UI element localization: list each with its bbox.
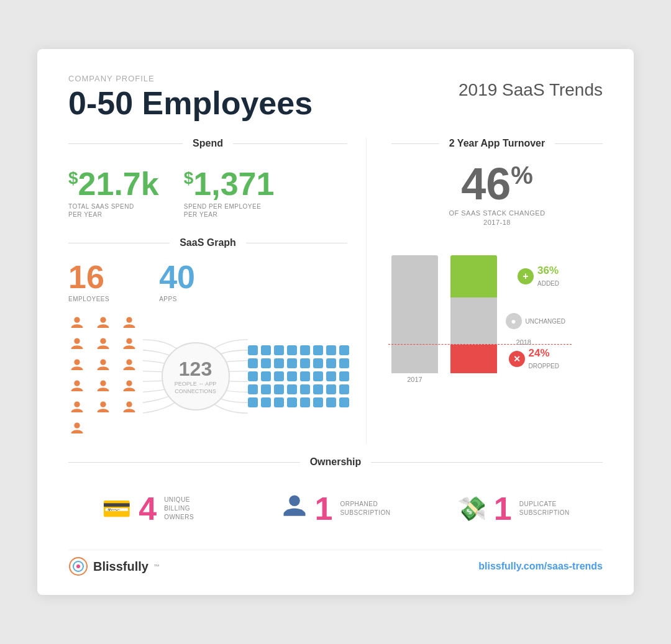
svg-point-6 [74,360,80,365]
connections-area: 123 PEOPLE ↔ APPCONNECTIONS [143,320,248,432]
blissfully-logo: Blissfully™ [68,556,160,576]
svg-point-1 [100,317,106,323]
divider-line-right [233,143,347,144]
graph-stats: 16 EMPLOYEES 40 APPS [68,261,347,302]
app-icon-2 [261,345,271,355]
person-icon-14 [94,399,112,417]
app-icon-27 [274,384,284,394]
logo-tm: ™ [153,563,160,570]
bar-2017-group: 2017 [391,240,438,383]
dropped-text-group: 24% DROPPED [529,347,559,371]
svg-point-13 [100,402,106,407]
app-icon-39 [326,397,336,407]
orphaned-item: 1 ORPHANEDSUBSCRIPTION [281,492,390,525]
app-icon-26 [261,384,271,394]
employees-label: EMPLOYEES [68,296,109,302]
per-employee-value: $1,371 [184,168,275,200]
app-icon-17 [248,371,258,381]
apps-grid [248,345,347,407]
orphaned-desc: ORPHANEDSUBSCRIPTION [340,500,390,517]
blissfully-text: Blissfully [93,560,148,574]
svg-point-7 [100,360,106,365]
per-employee-dollar: $ [184,168,194,188]
app-icon-14 [313,358,323,368]
app-icon-5 [300,345,310,355]
app-icon-22 [313,371,323,381]
added-annotation: + 36% ADDED [518,265,559,288]
viz-container: 123 PEOPLE ↔ APPCONNECTIONS [68,315,347,438]
unchanged-label-text: UNCHANGED [526,318,565,325]
app-icon-19 [274,371,284,381]
svg-point-4 [100,338,106,344]
app-icon-35 [274,397,284,407]
divider-line-left2 [68,243,170,243]
turnover-section: 46% OF SAAS STACK CHANGED 2017-18 [391,161,603,228]
spend-label: Spend [183,138,233,149]
svg-point-8 [126,360,132,365]
app-icon-33 [248,397,258,407]
billing-item: 💳 4 UNIQUE BILLINGOWNERS [102,492,214,525]
app-icon-18 [261,371,271,381]
svg-point-2 [126,317,132,323]
total-spend: $21.7k TOTAL SAAS SPENDPER YEAR [68,168,159,219]
person-icon-4 [68,336,86,353]
person-icon-9 [121,357,138,374]
duplicate-item: 💸 1 DUPLICATESUBSCRIPTION [457,492,569,525]
footer-link[interactable]: blissfully.com/saas-trends [478,561,603,572]
app-icon-24 [339,371,349,381]
main-card: COMPANY PROFILE 0-50 Employees 2019 SaaS… [37,49,634,595]
svg-point-9 [74,381,80,386]
bar-2017 [391,255,438,373]
app-icon-34 [261,397,271,407]
duplicate-icon: 💸 [457,495,486,522]
app-icon-12 [287,358,297,368]
app-icon-7 [326,345,336,355]
app-icon-36 [287,397,297,407]
app-icon-25 [248,384,258,394]
person-icon-7 [68,357,86,374]
person-icon-11 [94,378,112,396]
turnover-divider: 2 Year App Turnover [391,138,603,149]
total-spend-value: $21.7k [68,168,159,200]
divider-line-right3 [555,143,603,144]
billing-desc: UNIQUE BILLINGOWNERS [164,496,214,522]
added-label-text: ADDED [537,280,559,287]
orphaned-number: 1 [315,492,333,525]
bar-chart-wrapper: 2017 + 36% AD [391,240,603,383]
person-icon-16 [68,420,86,438]
dropped-annotation: ✕ 24% DROPPED [509,347,559,371]
apps-label: APPS [159,296,195,302]
saas-graph-section: SaaS Graph 16 EMPLOYEES 40 APPS [68,231,347,444]
divider-line-left3 [391,143,439,144]
svg-point-14 [126,402,132,407]
person-icon-12 [121,378,138,396]
divider-line-left4 [68,462,300,463]
turnover-label: 2 Year App Turnover [439,138,555,149]
connections-circle: 123 PEOPLE ↔ APPCONNECTIONS [162,342,230,410]
person-icon-1 [68,315,86,332]
app-icon-30 [313,384,323,394]
svg-point-15 [74,423,80,429]
divider-line-right4 [371,462,603,463]
orphaned-icon [281,493,308,525]
duplicate-desc: DUPLICATESUBSCRIPTION [519,500,569,517]
ownership-label: Ownership [300,456,372,468]
billing-number: 4 [139,492,157,525]
year-label-2017: 2017 [407,376,422,383]
app-icon-10 [261,358,271,368]
svg-point-5 [126,338,132,344]
app-icon-1 [248,345,258,355]
top-section: Spend $21.7k TOTAL SAAS SPENDPER YEAR $1… [68,138,603,444]
turnover-percent: 46% [391,161,603,206]
app-icon-31 [326,384,336,394]
ownership-divider: Ownership [68,456,603,468]
person-icon-6 [121,336,138,353]
app-icon-8 [339,345,349,355]
app-icon-32 [339,384,349,394]
app-icon-15 [326,358,336,368]
unchanged-icon: ● [506,313,522,329]
app-icon-20 [287,371,297,381]
bar-unchanged: ● UNCHANGED 2018 [450,297,497,345]
header: COMPANY PROFILE 0-50 Employees 2019 SaaS… [68,74,603,119]
ownership-section: Ownership 💳 4 UNIQUE BILLINGOWNERS 1 ORP… [68,456,603,537]
